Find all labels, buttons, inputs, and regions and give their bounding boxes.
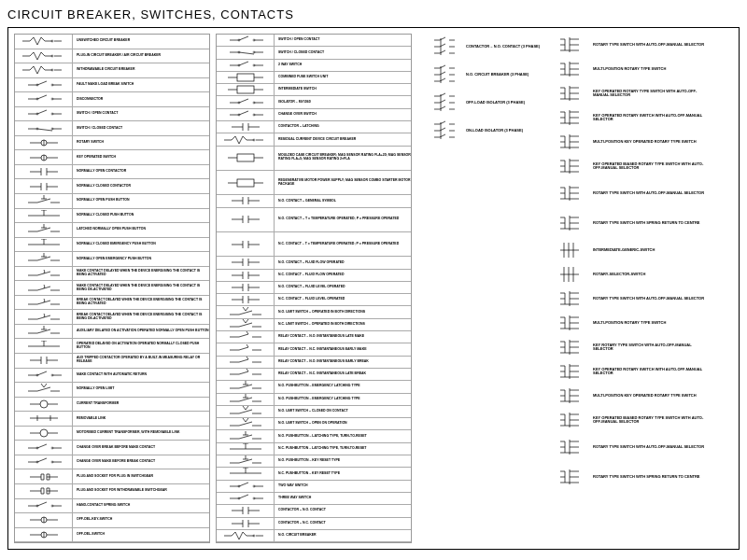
symbol-row: Key Operated Rotary Switch with Auto-Off… — [552, 360, 711, 383]
symbol-row: Off-Load Isolator (3 Phase) — [425, 90, 546, 116]
symbol-label: Rotary Type Switch with Spring Return To… — [589, 221, 700, 225]
symbol-row: Key Operated Rotary Type Switch with Aut… — [552, 82, 711, 105]
symbol-label: N.O. Circuit Breaker — [275, 534, 317, 538]
symbol-label: Make Contact Delayed When The Device Ene… — [73, 270, 209, 277]
symbol-label: N.O. Limit Switch – Closed On Contact — [275, 410, 348, 413]
symbol-row: Aux Tripped Contactor Operated By A Buil… — [15, 354, 209, 369]
rotary-selector-icon — [552, 106, 589, 129]
symbol-row: Key Rotary Type Switch with Auto-Off-Man… — [552, 336, 711, 358]
symbol-label: Moulded Case Circuit Breaker; Mag Sensor… — [275, 154, 411, 161]
schematic-symbol-icon — [15, 136, 73, 150]
schematic-symbol-icon — [15, 121, 73, 135]
symbol-label: Rotary Switch — [73, 141, 104, 145]
symbol-label: Rotary Type Switch with Auto-Off-Manual … — [589, 43, 704, 47]
rotary-selector-icon — [552, 360, 589, 383]
symbol-row: Rotary Type Switch with Spring Return To… — [552, 209, 711, 237]
schematic-symbol-icon — [217, 121, 275, 133]
symbol-row: Relay Contact – N.O. Instantaneous Late … — [217, 331, 411, 343]
symbol-label: Multi-Position Key Operated Rotary Type … — [589, 140, 697, 144]
symbol-row: Rotary Type Switch with Auto-Off-Manual … — [552, 433, 711, 461]
schematic-symbol-icon — [15, 513, 73, 527]
schematic-symbol-icon — [15, 296, 73, 310]
schematic-symbol-icon — [217, 394, 275, 405]
symbol-label: Operated Delayed On Activation Operated … — [73, 343, 209, 350]
rotary-selector-icon — [552, 263, 589, 286]
symbol-row: 2 Way Switch — [217, 60, 411, 72]
symbol-label: N.O. Pushbutton – Emergency Latching Typ… — [275, 385, 360, 388]
schematic-symbol-icon — [217, 493, 275, 504]
symbol-row: Operated Delayed On Activation Operated … — [15, 339, 209, 354]
symbol-label: Residual Current Device Circuit Breaker — [275, 138, 356, 142]
symbol-label: Make Contact Delayed When The Device Ene… — [73, 285, 209, 292]
rotary-selector-icon — [552, 155, 589, 177]
symbol-label: Current Transformer — [73, 402, 119, 406]
symbol-label: Intermediate Switch — [275, 88, 317, 91]
three-phase-icon — [425, 118, 462, 144]
symbol-label: N.O. Contact – T = Temperature Operated;… — [275, 217, 399, 221]
symbol-row: Normally Closed Contactor — [15, 179, 209, 194]
schematic-symbol-icon — [15, 179, 73, 193]
schematic-symbol-icon — [15, 49, 73, 63]
symbol-row: Rotary Type Switch with Auto-Off-Manual … — [552, 34, 711, 56]
rotary-selector-icon — [552, 82, 589, 105]
schematic-symbol-icon — [15, 165, 73, 179]
symbol-label: N.O. Pushbutton – Key Reset Type — [275, 459, 340, 463]
symbol-row: Normally Open Limit — [15, 383, 209, 398]
symbol-label: Relay Contact – N.C. Instantaneous Late … — [275, 372, 366, 376]
schematic-symbol-icon — [15, 63, 73, 77]
symbol-row: Change Over Break Before Make Contact — [15, 441, 209, 455]
schematic-symbol-icon — [217, 171, 275, 194]
rotary-selector-icon — [552, 34, 589, 56]
symbol-row: Latched Normally Open Push Button — [15, 223, 209, 238]
symbol-row: Intermediate Switch — [217, 84, 411, 96]
symbol-label: Contactor – Latching — [275, 125, 319, 129]
svg-point-16 — [40, 429, 48, 437]
symbol-label: Multi-Position Key Operated Rotary Type … — [589, 394, 697, 398]
rotary-selector-icon — [552, 287, 589, 310]
symbol-label: N.C. Contact – Fluid Flow Operated — [275, 273, 344, 277]
symbol-label: Isolator – MV1060 — [275, 101, 311, 105]
symbol-label: Plug-in Circuit Breaker / Air Circuit Br… — [73, 54, 161, 58]
symbol-label: Off-Load Isolator (3 Phase) — [462, 101, 525, 105]
symbol-row: N.O. Contact – General Symbol — [217, 195, 411, 207]
schematic-symbol-icon — [15, 107, 73, 121]
symbol-label: Unswitched Circuit Breaker — [73, 39, 130, 43]
symbol-row: Intermediate-Generic-Switch — [552, 239, 711, 261]
symbol-label: Normally Closed Push Button — [73, 214, 134, 217]
schematic-symbol-icon — [15, 325, 73, 339]
symbol-label: Contactor – N.O. Contact (3 Phase) — [462, 45, 540, 49]
schematic-symbol-icon — [217, 257, 275, 268]
rotary-selector-icon — [552, 312, 589, 334]
symbol-label: Rotary Type Switch with Auto-Off-Manual … — [589, 445, 704, 449]
schematic-symbol-icon — [15, 484, 73, 498]
symbol-row: Switch / Closed Contact — [15, 121, 209, 136]
symbol-label: N.O. Contact – Fluid Flow Operated — [275, 261, 345, 265]
symbol-label: Multi-Position Rotary Type Switch — [589, 67, 666, 71]
symbol-row: Relay Contact – N.C. Instantaneous Late … — [217, 369, 411, 381]
schematic-symbol-icon — [217, 232, 275, 256]
schematic-symbol-icon — [217, 430, 275, 441]
symbol-row: Relay Contact – N.C. Instantaneous Early… — [217, 343, 411, 356]
symbol-label: Key Operated Switch — [73, 156, 116, 160]
symbol-row: Normally Closed Push Button — [15, 209, 209, 224]
schematic-symbol-icon — [217, 343, 275, 355]
symbol-row: Switch / Open Contact — [217, 35, 411, 47]
symbol-label: N.O. Circuit Breaker (3 Phase) — [462, 73, 529, 77]
symbol-row: Residual Current Device Circuit Breaker — [217, 133, 411, 146]
symbol-row: Hand-Contact Spring Switch — [15, 499, 209, 514]
symbol-row: N.O. Pushbutton – Latching Type, Turn-To… — [217, 430, 411, 442]
page-title: CIRCUIT BREAKER, SWITCHES, CONTACTS — [7, 7, 740, 21]
symbol-row: Off-Del-Switch — [15, 528, 209, 543]
schematic-symbol-icon — [15, 92, 73, 106]
symbol-row: Plug And Socket For Withdrawable Switchg… — [15, 484, 209, 499]
symbol-label: Fault Make Load Break Switch — [73, 83, 134, 87]
schematic-symbol-icon — [15, 339, 73, 353]
symbol-label: Normally Closed Contactor — [73, 185, 131, 189]
schematic-symbol-icon — [15, 194, 73, 208]
symbol-row: Regenerative Motor Power Supply; Mag Sen… — [217, 171, 411, 195]
symbol-label: Change Over Break Before Make Contact — [73, 446, 155, 450]
schematic-symbol-icon — [217, 195, 275, 206]
symbol-label: Normally Closed Emergency Push Button — [73, 243, 156, 246]
symbol-row: Two Way Switch — [217, 481, 411, 493]
symbol-row: Isolator – MV1060 — [217, 96, 411, 108]
